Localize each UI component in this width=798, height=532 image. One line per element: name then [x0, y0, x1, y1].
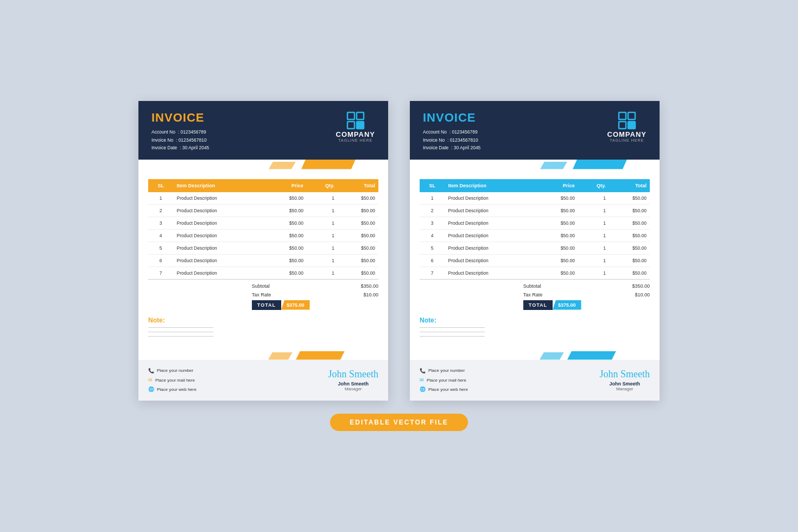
note-line-b1	[420, 327, 485, 328]
col-desc-blue: Item Description	[445, 179, 537, 192]
table-row: 6 Product Description $50.00 1 $50.00	[148, 254, 378, 267]
cell-total: $50.00	[609, 204, 650, 217]
bottom-accent-small-orange	[268, 352, 293, 360]
invoice-header-orange: INVOICE Account No : 0123456789 Invoice …	[138, 101, 388, 159]
table-row: 3 Product Description $50.00 1 $50.00	[148, 217, 378, 229]
cell-sl: 7	[420, 267, 445, 279]
cell-total: $50.00	[609, 267, 650, 279]
accent-main-orange	[301, 160, 356, 169]
web-text-orange: Place your web here	[157, 385, 197, 394]
cell-desc: Product Description	[173, 204, 265, 217]
subtotal-value-orange: $350.00	[360, 283, 378, 289]
invoice-summary-blue: Subtotal $350.00 Tax Rate $10.00 TOTAL $…	[410, 280, 660, 312]
note-line-1	[148, 327, 213, 328]
cell-total: $50.00	[338, 267, 378, 279]
note-lines-blue	[420, 327, 650, 337]
summary-table-orange: Subtotal $350.00 Tax Rate $10.00 TOTAL $…	[252, 282, 378, 310]
cell-total: $50.00	[338, 229, 378, 242]
company-logo-orange: COMPANY TAGLINE HERE	[336, 111, 375, 142]
cell-qty: 1	[578, 217, 609, 229]
cell-total: $50.00	[338, 254, 378, 267]
bottom-accent-main-orange	[296, 351, 345, 360]
accent-main-blue	[573, 160, 627, 169]
cell-qty: 1	[578, 229, 609, 242]
col-qty-blue: Qty.	[578, 179, 609, 192]
cell-sl: 3	[148, 217, 173, 229]
cell-sl: 4	[420, 229, 445, 242]
table-header-orange: SL Item Description Price Qty. Total	[148, 179, 378, 192]
col-sl: SL	[148, 179, 173, 192]
cell-total: $50.00	[338, 217, 378, 229]
cell-total: $50.00	[609, 254, 650, 267]
cell-qty: 1	[307, 229, 338, 242]
contact-web-orange: 🌐 Place your web here	[148, 385, 197, 394]
total-wrapper-orange: TOTAL $375.00	[252, 300, 310, 310]
cell-total: $50.00	[609, 217, 650, 229]
bottom-accent-small-blue	[540, 352, 564, 360]
cell-total: $50.00	[338, 192, 378, 205]
items-table-orange: SL Item Description Price Qty. Total 1 P…	[148, 179, 378, 280]
cell-sl: 6	[148, 254, 173, 267]
web-icon-blue: 🌐	[420, 385, 426, 394]
svg-rect-1	[357, 112, 364, 119]
web-text-blue: Place your web here	[428, 385, 468, 394]
total-row-orange: TOTAL $375.00	[252, 300, 378, 310]
tax-value-blue: $10.00	[635, 292, 650, 297]
col-total: Total	[338, 179, 378, 192]
col-desc: Item Description	[173, 179, 265, 192]
table-row: 7 Product Description $50.00 1 $50.00	[420, 267, 650, 279]
cell-total: $50.00	[609, 242, 650, 254]
invoice-blue: INVOICE Account No : 0123456789 Invoice …	[410, 101, 660, 401]
cell-price: $50.00	[266, 267, 307, 279]
phone-text-orange: Place your number	[157, 366, 193, 375]
cell-price: $50.00	[266, 204, 307, 217]
cell-sl: 6	[420, 254, 445, 267]
cell-total: $50.00	[609, 192, 650, 205]
table-header-blue: SL Item Description Price Qty. Total	[420, 179, 650, 192]
cell-desc: Product Description	[445, 229, 537, 242]
note-label-blue: Note:	[420, 316, 650, 324]
total-row-blue: TOTAL $375.00	[523, 300, 650, 310]
cell-price: $50.00	[266, 217, 307, 229]
signature-area-orange: John Smeeth John Smeeth Manager	[328, 369, 379, 391]
cell-price: $50.00	[266, 242, 307, 254]
note-line-b2	[420, 332, 485, 332]
accent-bar-bottom-orange	[138, 344, 388, 360]
cell-price: $50.00	[266, 229, 307, 242]
tax-label-orange: Tax Rate	[252, 292, 271, 297]
contact-info-blue: 📞 Place your number ✉ Place your mail he…	[420, 366, 468, 394]
cell-sl: 7	[148, 267, 173, 279]
invoice-footer-blue: 📞 Place your number ✉ Place your mail he…	[410, 360, 660, 401]
bottom-accent-main-blue	[567, 351, 616, 360]
table-row: 5 Product Description $50.00 1 $50.00	[420, 242, 650, 254]
invoice-footer-orange: 📞 Place your number ✉ Place your mail he…	[138, 360, 388, 401]
phone-text-blue: Place your number	[428, 366, 465, 375]
cell-sl: 1	[420, 192, 445, 205]
cell-desc: Product Description	[173, 192, 265, 205]
table-row: 2 Product Description $50.00 1 $50.00	[148, 204, 378, 217]
tax-label-blue: Tax Rate	[523, 292, 543, 297]
sig-name-blue: John Smeeth	[600, 381, 650, 387]
accent-bar-top-orange	[138, 160, 388, 176]
cell-total: $50.00	[338, 242, 378, 254]
cell-qty: 1	[307, 242, 338, 254]
col-sl-blue: SL	[420, 179, 445, 192]
cell-desc: Product Description	[173, 217, 265, 229]
note-lines-orange	[148, 327, 378, 337]
col-price: Price	[266, 179, 307, 192]
cell-qty: 1	[307, 217, 338, 229]
sig-script-orange: John Smeeth	[328, 369, 379, 380]
cell-desc: Product Description	[173, 267, 265, 279]
cell-qty: 1	[578, 204, 609, 217]
company-logo-blue: COMPANY TAGLINE HERE	[607, 111, 647, 142]
subtotal-value-blue: $350.00	[632, 283, 650, 289]
sig-title-orange: Manager	[328, 387, 379, 391]
cell-total: $50.00	[609, 229, 650, 242]
company-name-blue: COMPANY	[607, 130, 647, 138]
sig-title-blue: Manager	[600, 387, 650, 391]
contact-phone-blue: 📞 Place your number	[420, 366, 468, 376]
company-tagline-orange: TAGLINE HERE	[338, 138, 372, 142]
accent-small-blue	[540, 162, 567, 169]
accent-small-orange	[269, 162, 296, 169]
cell-total: $50.00	[338, 204, 378, 217]
